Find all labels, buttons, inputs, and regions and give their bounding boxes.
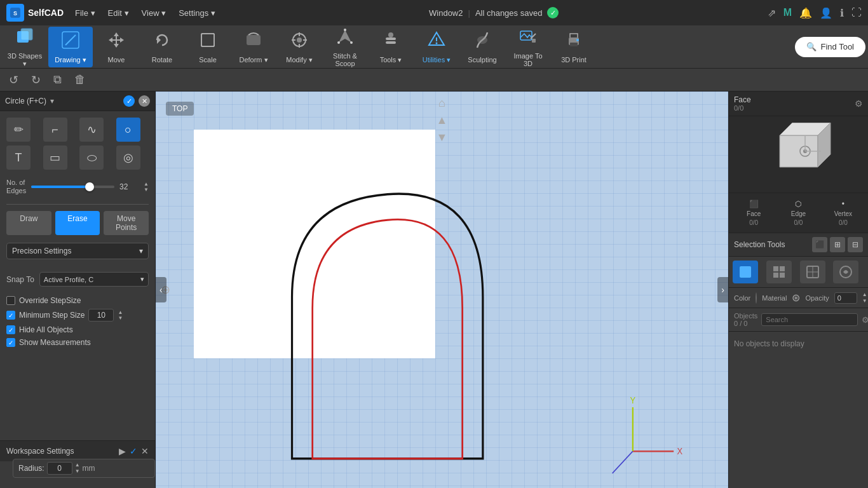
precision-settings-dropdown[interactable]: Precison Settings ▾ — [6, 243, 149, 259]
top-menu: File ▾ Edit ▾ View ▾ Settings ▾ — [70, 6, 220, 20]
tool-tools-label: Tools ▾ — [380, 56, 402, 64]
workspace-settings-label: Workspace Settings — [6, 447, 115, 456]
show-measurements-row: ✓ Show Measurements — [0, 336, 155, 349]
tool-3d-shapes[interactable]: 3D Shapes ▾ — [3, 27, 47, 67]
draw-target-tool[interactable]: ◎ — [116, 146, 140, 170]
render-view-button[interactable] — [833, 261, 858, 283]
opacity-spinner[interactable]: ▲ ▼ — [862, 292, 867, 304]
tool-image-to-3d[interactable]: Image To 3D — [506, 27, 550, 67]
precision-section: Precison Settings ▾ — [0, 239, 155, 263]
select-object-icon[interactable]: ⬛ — [812, 237, 827, 252]
drawing-tools-grid: ✏ ⌐ ∿ ○ T ▭ ⬭ ◎ — [0, 111, 155, 176]
min-step-input[interactable] — [88, 309, 114, 322]
modify-icon — [289, 30, 309, 54]
tool-tools[interactable]: Tools ▾ — [369, 27, 413, 67]
snap-to-label: Snap To — [6, 275, 34, 284]
edges-slider[interactable] — [31, 186, 114, 188]
menu-settings[interactable]: Settings ▾ — [173, 6, 220, 20]
app-logo[interactable]: S — [6, 4, 24, 22]
tool-scale[interactable]: Scale — [186, 27, 230, 67]
cancel-tool-button[interactable]: ✕ — [139, 95, 150, 107]
draw-circle-tool[interactable]: ○ — [116, 118, 140, 142]
menu-view[interactable]: View ▾ — [137, 6, 172, 20]
opacity-input[interactable] — [834, 292, 857, 304]
face-edge-vertex-panel: ⬛ Face 0/0 ⬡ Edge 0/0 • Vertex 0/0 — [729, 193, 868, 233]
tool-move[interactable]: Move — [94, 27, 139, 67]
find-tool-button[interactable]: 🔍 Find Tool — [795, 37, 865, 57]
objects-settings-icon[interactable]: ⚙ — [862, 315, 868, 325]
edges-spinner[interactable]: ▲ ▼ — [144, 181, 149, 193]
min-step-spinner[interactable]: ▲ ▼ — [118, 309, 123, 322]
color-picker[interactable] — [756, 292, 757, 304]
material-icon[interactable]: ⊛ — [792, 292, 800, 304]
hide-objects-checkbox[interactable]: ✓ — [6, 325, 15, 334]
3d-cube-view[interactable] — [729, 116, 868, 193]
erase-mode-button[interactable]: Erase — [55, 211, 100, 235]
draw-curve-tool[interactable]: ∿ — [79, 118, 104, 142]
user-icon[interactable]: 👤 — [820, 7, 832, 19]
menu-file[interactable]: File ▾ — [70, 6, 100, 20]
fullscreen-icon[interactable]: ⛶ — [851, 7, 862, 18]
view-settings-icon[interactable]: ⚙ — [855, 98, 863, 109]
radius-spinner[interactable]: ▲ ▼ — [75, 462, 80, 474]
grid-view-button[interactable] — [766, 261, 792, 283]
share-icon[interactable]: ⇗ — [768, 7, 776, 19]
undo-button[interactable]: ↺ — [5, 72, 22, 88]
show-measurements-label: Show Measurements — [19, 338, 91, 347]
workspace-play-icon[interactable]: ▶ — [119, 446, 126, 456]
snap-to-dropdown[interactable]: Active Profile, C ▾ — [39, 272, 149, 287]
redo-button[interactable]: ↻ — [27, 72, 44, 88]
tool-rotate[interactable]: Rotate — [140, 27, 184, 67]
wireframe-view-button[interactable] — [800, 261, 825, 283]
topbar: S SelfCAD File ▾ Edit ▾ View ▾ Settings … — [0, 0, 868, 25]
draw-ellipse-tool[interactable]: ⬭ — [79, 146, 104, 170]
tool-deform[interactable]: Deform ▾ — [231, 27, 276, 67]
tool-utilities[interactable]: Utilities ▾ — [414, 27, 459, 67]
face-selector[interactable]: ⬛ Face 0/0 — [733, 197, 775, 229]
canvas-area[interactable]: ⌂ ▲ ▼ ⊕ TOP ‹ › X Y — [156, 92, 728, 488]
tool-modify[interactable]: Modify ▾ — [277, 27, 322, 67]
bell-icon[interactable]: 🔔 — [799, 7, 812, 19]
logo-area[interactable]: S SelfCAD — [6, 4, 64, 22]
delete-button[interactable]: 🗑 — [71, 72, 90, 88]
user-m-icon[interactable]: M — [783, 7, 792, 18]
menu-edit[interactable]: Edit ▾ — [103, 6, 134, 20]
main-area: Circle (F+C) ▾ ✓ ✕ ✏ ⌐ ∿ ○ T ▭ ⬭ ◎ No. o… — [0, 92, 868, 488]
face-count: 0/0 — [749, 219, 758, 226]
min-step-checkbox[interactable]: ✓ — [6, 311, 15, 320]
draw-text-tool[interactable]: T — [6, 146, 31, 170]
duplicate-button[interactable]: ⧉ — [50, 72, 65, 88]
show-measurements-checkbox[interactable]: ✓ — [6, 338, 15, 347]
chevron-down-icon[interactable]: ▾ — [50, 97, 54, 105]
min-step-row: ✓ Minimum Step Size ▲ ▼ — [0, 307, 155, 323]
workspace-cancel-icon[interactable]: ✕ — [141, 446, 149, 456]
move-points-button[interactable]: Move Points — [104, 211, 149, 235]
tool-sculpting[interactable]: Sculpting — [460, 27, 505, 67]
select-grid-icon[interactable]: ⊞ — [830, 237, 845, 252]
svg-point-17 — [337, 41, 340, 44]
edges-down[interactable]: ▼ — [144, 187, 149, 193]
objects-search-input[interactable] — [761, 313, 858, 326]
canvas-svg[interactable]: X Y — [156, 92, 728, 488]
tool-drawing[interactable]: Drawing ▾ — [48, 27, 93, 67]
radius-input[interactable] — [47, 462, 72, 475]
vertex-selector[interactable]: • Vertex 0/0 — [822, 197, 864, 229]
face-label: Face — [734, 95, 751, 104]
edge-selector[interactable]: ⬡ Edge 0/0 — [777, 197, 819, 229]
info-icon[interactable]: ℹ — [840, 7, 844, 19]
color-label-text: Color — [734, 294, 750, 302]
select-wireframe-icon[interactable]: ⊟ — [848, 237, 863, 252]
draw-mode-button[interactable]: Draw — [6, 211, 51, 235]
override-step-checkbox[interactable] — [6, 296, 15, 305]
tool-header: Circle (F+C) ▾ ✓ ✕ — [0, 92, 155, 111]
draw-rect-tool[interactable]: ▭ — [43, 146, 67, 170]
tool-3d-print[interactable]: 3D Print — [552, 27, 596, 67]
edges-up[interactable]: ▲ — [144, 181, 149, 187]
no-objects-message: No objects to display — [729, 332, 868, 356]
draw-square-tool[interactable]: ⌐ — [43, 118, 67, 142]
tool-stitch-scoop[interactable]: Stitch & Scoop — [323, 27, 367, 67]
solid-view-button[interactable] — [733, 261, 758, 283]
accept-button[interactable]: ✓ — [123, 95, 135, 107]
draw-pen-tool[interactable]: ✏ — [6, 118, 31, 142]
workspace-accept-icon[interactable]: ✓ — [130, 446, 137, 456]
